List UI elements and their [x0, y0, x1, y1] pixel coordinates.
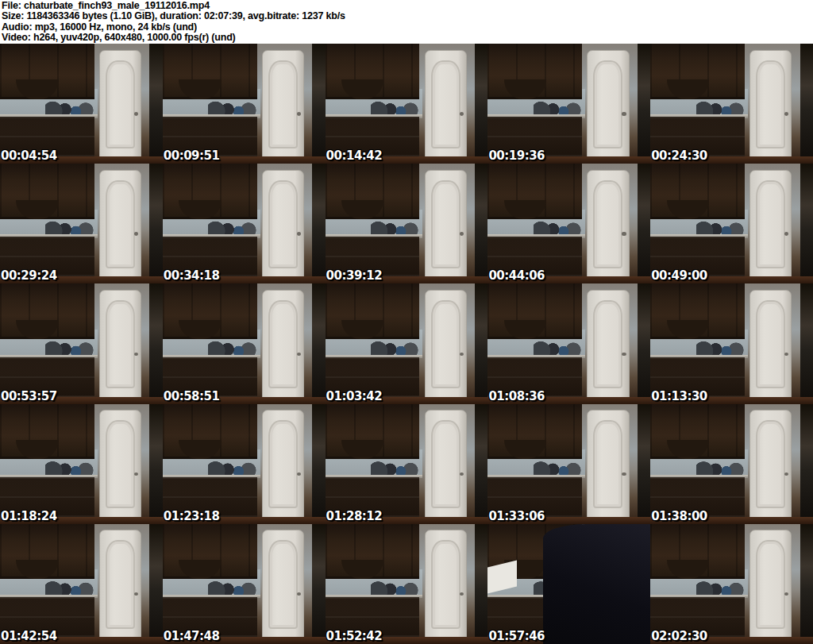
- thumbnail-placeholder-image: [0, 44, 163, 164]
- thumbnail-placeholder-image: [650, 44, 813, 164]
- video-thumbnail[interactable]: 00:04:54: [0, 44, 163, 164]
- timestamp-label: 02:02:30: [651, 629, 707, 643]
- video-thumbnail[interactable]: 00:53:57: [0, 283, 163, 403]
- video-thumbnail[interactable]: 00:39:12: [326, 164, 488, 283]
- timestamp-label: 01:08:36: [488, 389, 545, 403]
- thumbnail-placeholder-image: [650, 524, 813, 644]
- thumbnail-placeholder-image: [0, 164, 163, 283]
- video-info-line: Video: h264, yuv420p, 640x480, 1000.00 f…: [2, 33, 813, 43]
- thumbnail-placeholder-image: [487, 44, 650, 164]
- thumbnail-placeholder-image: [0, 524, 163, 644]
- video-thumbnail[interactable]: 01:23:18: [163, 404, 326, 524]
- video-thumbnail[interactable]: 01:42:54: [0, 524, 163, 644]
- thumbnail-placeholder-image: [0, 404, 163, 524]
- timestamp-label: 00:39:12: [326, 268, 383, 283]
- timestamp-label: 00:04:54: [1, 148, 57, 163]
- video-thumbnail[interactable]: 00:58:51: [163, 283, 326, 403]
- file-name-line: File: chaturbate_finch93_male_19112016.m…: [2, 1, 813, 11]
- video-thumbnail[interactable]: 01:08:36: [487, 283, 650, 403]
- video-thumbnail[interactable]: 00:29:24: [0, 164, 163, 283]
- video-thumbnail[interactable]: 00:34:18: [163, 164, 326, 283]
- video-thumbnail[interactable]: 00:24:30: [650, 44, 813, 164]
- video-thumbnail[interactable]: 02:02:30: [650, 524, 813, 644]
- timestamp-label: 01:38:00: [651, 509, 707, 523]
- video-thumbnail[interactable]: 01:03:42: [326, 283, 488, 403]
- video-thumbnail[interactable]: 00:19:36: [487, 44, 650, 164]
- video-thumbnail[interactable]: 01:47:48: [163, 524, 326, 644]
- timestamp-label: 01:52:42: [326, 629, 383, 643]
- video-thumbnail[interactable]: 01:52:42: [326, 524, 488, 644]
- thumbnail-placeholder-image: [163, 524, 326, 644]
- thumbnail-placeholder-image: [650, 164, 813, 283]
- timestamp-label: 01:57:46: [488, 629, 545, 643]
- thumbnail-placeholder-image: [163, 283, 326, 403]
- timestamp-label: 00:24:30: [651, 148, 707, 163]
- file-metadata-header: File: chaturbate_finch93_male_19112016.m…: [0, 0, 813, 44]
- video-thumbnail[interactable]: 01:13:30: [650, 283, 813, 403]
- timestamp-label: 00:34:18: [164, 268, 220, 283]
- timestamp-label: 00:58:51: [164, 389, 220, 403]
- timestamp-label: 01:23:18: [164, 509, 220, 523]
- thumbnail-placeholder-image: [487, 524, 650, 644]
- timestamp-label: 01:42:54: [1, 629, 57, 643]
- video-thumbnail[interactable]: 00:49:00: [650, 164, 813, 283]
- timestamp-label: 00:14:42: [326, 148, 383, 163]
- timestamp-label: 00:53:57: [1, 389, 57, 403]
- timestamp-label: 00:09:51: [164, 148, 220, 163]
- video-thumbnail[interactable]: 00:14:42: [326, 44, 488, 164]
- timestamp-label: 00:19:36: [488, 148, 545, 163]
- audio-info-line: Audio: mp3, 16000 Hz, mono, 24 kb/s (und…: [2, 22, 813, 33]
- timestamp-label: 01:03:42: [326, 389, 383, 403]
- timestamp-label: 01:33:06: [488, 509, 545, 523]
- thumbnail-grid: 00:04:54 00:09:51 00:14:42: [0, 44, 813, 644]
- thumbnail-placeholder-image: [326, 524, 488, 644]
- video-thumbnail[interactable]: 00:09:51: [163, 44, 326, 164]
- video-thumbnail[interactable]: 01:18:24: [0, 404, 163, 524]
- timestamp-label: 01:28:12: [326, 509, 383, 523]
- thumbnail-placeholder-image: [650, 283, 813, 403]
- thumbnail-placeholder-image: [326, 44, 488, 164]
- video-thumbnail[interactable]: 01:57:46: [487, 524, 650, 644]
- video-thumbnail[interactable]: 01:38:00: [650, 404, 813, 524]
- thumbnail-placeholder-image: [487, 404, 650, 524]
- video-thumbnail[interactable]: 01:33:06: [487, 404, 650, 524]
- timestamp-label: 00:44:06: [488, 268, 545, 283]
- video-thumbnail[interactable]: 01:28:12: [326, 404, 488, 524]
- thumbnail-placeholder-image: [487, 283, 650, 403]
- thumbnail-placeholder-image: [326, 164, 488, 283]
- thumbnail-placeholder-image: [163, 44, 326, 164]
- thumbnail-placeholder-image: [0, 283, 163, 403]
- thumbnail-placeholder-image: [163, 404, 326, 524]
- timestamp-label: 01:13:30: [651, 389, 707, 403]
- thumbnail-placeholder-image: [650, 404, 813, 524]
- thumbnail-placeholder-image: [326, 283, 488, 403]
- thumbnail-placeholder-image: [163, 164, 326, 283]
- timestamp-label: 01:47:48: [164, 629, 220, 643]
- video-thumbnail[interactable]: 00:44:06: [487, 164, 650, 283]
- file-size-line: Size: 1184363346 bytes (1.10 GiB), durat…: [2, 11, 813, 21]
- timestamp-label: 00:29:24: [1, 268, 57, 283]
- thumbnail-placeholder-image: [326, 404, 488, 524]
- thumbnail-placeholder-image: [487, 164, 650, 283]
- timestamp-label: 00:49:00: [651, 268, 707, 283]
- timestamp-label: 01:18:24: [1, 509, 57, 523]
